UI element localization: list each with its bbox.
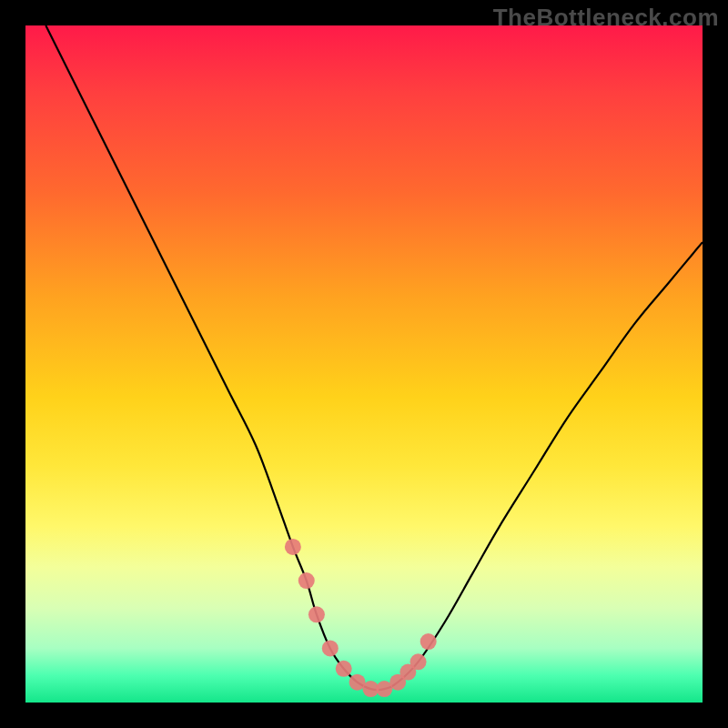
plot-background	[25, 25, 703, 703]
chart-frame: TheBottleneck.com	[0, 0, 728, 728]
